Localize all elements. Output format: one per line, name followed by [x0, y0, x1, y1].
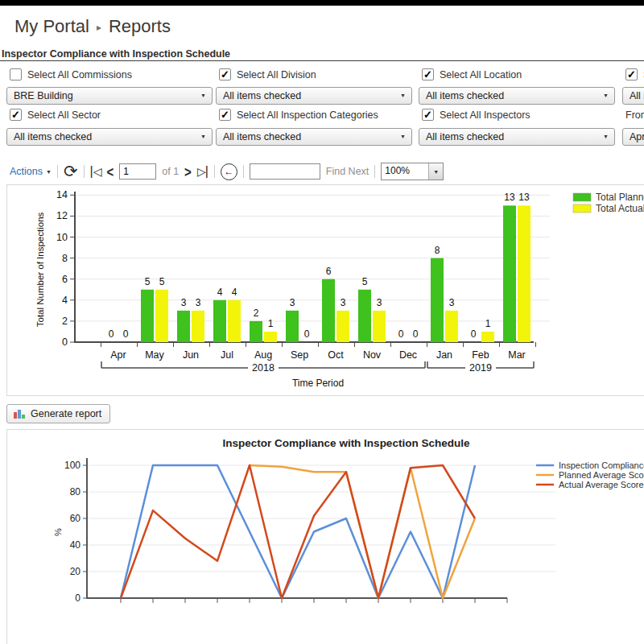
svg-text:Mar: Mar: [508, 349, 526, 361]
next-page-icon[interactable]: >: [184, 164, 192, 179]
filter-column-division: ✓ Select All Division All items checked …: [216, 66, 412, 156]
from-row: From: [625, 109, 644, 121]
commissions-dropdown-value: BRE Building: [14, 90, 73, 101]
actions-label: Actions: [10, 166, 43, 177]
select-all-clipped-checkbox[interactable]: ✓: [625, 68, 638, 80]
svg-text:2: 2: [62, 316, 68, 327]
search-text-input[interactable]: [250, 163, 320, 180]
back-to-parent-report-icon[interactable]: ←: [221, 163, 237, 180]
last-page-icon: ▷: [197, 166, 205, 177]
select-all-inspectors-label: Select All Inspectors: [440, 109, 530, 121]
svg-text:Apr: Apr: [110, 349, 126, 361]
sector-dropdown[interactable]: All items checked ▼: [6, 128, 213, 146]
filter-column-date: ✓ Select All All items checked From Apr …: [622, 66, 644, 156]
select-all-location-checkbox[interactable]: ✓: [422, 68, 434, 80]
page: My Portal ▸ Reports Inspector Compliance…: [0, 0, 644, 644]
select-all-inspection-categories-checkbox[interactable]: ✓: [219, 109, 231, 121]
select-all-division-checkbox[interactable]: ✓: [219, 68, 231, 80]
svg-text:Inspection Compliance: Inspection Compliance: [559, 460, 644, 470]
location-dropdown-value: All items checked: [426, 90, 504, 101]
svg-text:Time Period: Time Period: [292, 378, 344, 389]
svg-text:%: %: [53, 528, 63, 536]
svg-text:0: 0: [471, 328, 477, 340]
report-title: Inspector Compliance with Inspection Sch…: [2, 48, 230, 60]
first-page-icon: ◁: [93, 166, 101, 177]
zoom-select[interactable]: 100% ▼: [381, 163, 444, 180]
svg-text:Dec: Dec: [399, 349, 417, 361]
chevron-down-icon: ▼: [200, 129, 206, 145]
select-all-division-row: ✓ Select All Division: [219, 68, 316, 80]
select-all-clipped-row: ✓ Select All: [625, 68, 644, 80]
svg-text:Sep: Sep: [291, 349, 308, 361]
select-all-sector-label: Select All Sector: [27, 109, 101, 121]
svg-text:3: 3: [341, 297, 346, 308]
select-all-inspectors-row: ✓ Select All Inspectors: [422, 109, 530, 121]
svg-text:May: May: [145, 349, 164, 361]
svg-text:4: 4: [217, 287, 223, 298]
select-all-inspectors-checkbox[interactable]: ✓: [422, 109, 434, 121]
chevron-down-icon: ▼: [400, 88, 406, 104]
svg-text:Total Number of Inspections: Total Number of Inspections: [35, 212, 45, 327]
filter-column-commissions: Select All Commissions BRE Building ▼ ✓ …: [6, 66, 213, 156]
zoom-select-value: 100%: [382, 163, 428, 180]
page-number-input[interactable]: [119, 163, 156, 180]
from-date-dropdown[interactable]: Apr 2018: [622, 128, 644, 146]
svg-text:0: 0: [123, 328, 129, 340]
division-dropdown-value: All items checked: [223, 90, 301, 101]
generate-report-label: Generate report: [31, 408, 101, 419]
bar-chart-icon: [13, 408, 26, 419]
last-page-button[interactable]: ▷|: [197, 165, 208, 178]
actions-menu-button[interactable]: Actions ▼: [10, 166, 52, 177]
filter-panel: Select All Commissions BRE Building ▼ ✓ …: [0, 66, 644, 156]
svg-text:5: 5: [145, 276, 151, 287]
commissions-dropdown[interactable]: BRE Building ▼: [6, 87, 213, 105]
division-dropdown[interactable]: All items checked ▼: [216, 87, 412, 105]
svg-text:Total Planned: Total Planned: [596, 192, 644, 203]
svg-text:Aug: Aug: [254, 349, 272, 361]
previous-page-icon[interactable]: <: [106, 164, 114, 179]
inspection-categories-dropdown[interactable]: All items checked ▼: [216, 128, 412, 146]
svg-text:6: 6: [62, 274, 68, 285]
svg-text:2019: 2019: [469, 362, 492, 374]
line-chart: Inspector Compliance with Inspection Sch…: [0, 429, 644, 644]
svg-text:0: 0: [304, 328, 310, 340]
chevron-down-icon: ▼: [603, 88, 609, 104]
breadcrumb-reports[interactable]: Reports: [109, 16, 171, 37]
svg-text:3: 3: [290, 297, 295, 308]
select-all-commissions-row: Select All Commissions: [10, 68, 132, 80]
select-all-inspection-categories-row: ✓ Select All Inspection Categories: [219, 109, 378, 121]
svg-text:3: 3: [449, 297, 455, 308]
svg-text:2: 2: [254, 308, 259, 319]
svg-text:Total Actual: Total Actual: [596, 203, 644, 214]
select-all-commissions-checkbox[interactable]: [10, 68, 22, 80]
svg-text:Planned Average Score: Planned Average Score: [559, 470, 644, 480]
breadcrumb-my-portal[interactable]: My Portal: [14, 16, 89, 37]
chevron-down-icon: ▼: [400, 129, 406, 145]
svg-text:5: 5: [159, 276, 165, 287]
svg-text:3: 3: [181, 297, 187, 308]
find-next-label[interactable]: Find Next: [326, 166, 369, 177]
svg-text:13: 13: [504, 192, 515, 203]
svg-text:Jul: Jul: [221, 349, 233, 361]
generate-report-button[interactable]: Generate report: [6, 404, 110, 423]
inspection-categories-dropdown-value: All items checked: [223, 131, 301, 142]
toolbar-separator: [243, 165, 244, 178]
svg-text:0: 0: [75, 592, 80, 604]
refresh-icon[interactable]: ⟳: [64, 163, 78, 180]
sector-dropdown-value: All items checked: [14, 131, 92, 142]
svg-text:Feb: Feb: [472, 349, 489, 361]
svg-text:8: 8: [62, 253, 68, 264]
first-page-button[interactable]: |◁: [90, 165, 101, 178]
svg-text:12: 12: [56, 210, 68, 221]
svg-text:Inspector Compliance with Insp: Inspector Compliance with Inspection Sch…: [223, 437, 470, 449]
location-dropdown[interactable]: All items checked ▼: [419, 87, 615, 105]
svg-text:Nov: Nov: [363, 349, 382, 361]
inspectors-dropdown[interactable]: All items checked ▼: [419, 128, 615, 146]
svg-text:8: 8: [435, 245, 440, 256]
select-all-location-row: ✓ Select All Location: [422, 68, 522, 80]
from-label: From: [625, 109, 644, 121]
select-all-sector-checkbox[interactable]: ✓: [10, 109, 22, 121]
svg-text:20: 20: [70, 566, 81, 577]
clipped-dropdown[interactable]: All items checked: [622, 87, 644, 105]
report-viewer-toolbar: Actions ▼ ⟳ |◁ < of 1 > ▷| ← Find Next 1…: [10, 161, 444, 182]
